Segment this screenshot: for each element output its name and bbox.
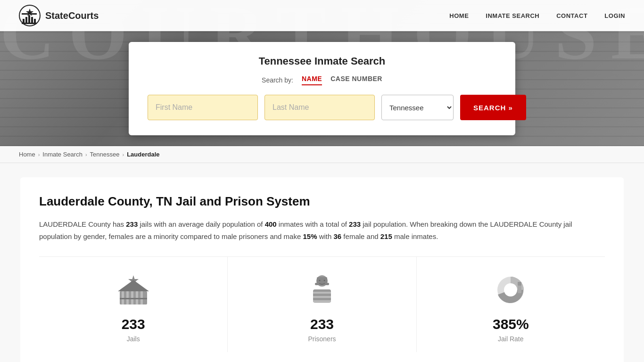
- stat-jails: 233 Jails: [39, 257, 228, 352]
- hero-section: COURTHOUSE StateCourts HOME: [0, 0, 644, 146]
- stat-jail-rate-label: Jail Rate: [498, 335, 523, 343]
- first-name-input[interactable]: [148, 95, 258, 120]
- breadcrumb-current: Lauderdale: [127, 151, 159, 158]
- breadcrumb-sep-2: ›: [85, 152, 87, 157]
- stat-jails-label: Jails: [127, 335, 140, 343]
- svg-rect-24: [313, 300, 331, 302]
- page-title: Lauderdale County, TN Jail and Prison Sy…: [39, 194, 605, 209]
- breadcrumb: Home › Inmate Search › Tennessee › Laude…: [0, 146, 644, 163]
- brand-logo-icon: [19, 5, 41, 26]
- main-content: Lauderdale County, TN Jail and Prison Sy…: [0, 163, 644, 362]
- breadcrumb-sep-1: ›: [38, 152, 40, 157]
- nav-inmate-search[interactable]: INMATE SEARCH: [486, 12, 539, 19]
- search-card: Tennessee Inmate Search Search by: NAME …: [129, 42, 515, 135]
- nav-login[interactable]: LOGIN: [604, 12, 625, 19]
- search-by-label: Search by:: [262, 76, 293, 84]
- svg-point-25: [319, 280, 320, 281]
- stat-prisoners: 233 Prisoners: [228, 257, 416, 352]
- page-description: LAUDERDALE County has 233 jails with an …: [39, 218, 605, 242]
- search-card-wrapper: Tennessee Inmate Search Search by: NAME …: [0, 31, 644, 146]
- svg-rect-6: [22, 23, 37, 24]
- svg-rect-30: [518, 282, 521, 286]
- nav-links: HOME INMATE SEARCH CONTACT LOGIN: [449, 11, 625, 20]
- svg-marker-16: [118, 280, 149, 291]
- content-card: Lauderdale County, TN Jail and Prison Sy…: [20, 177, 624, 362]
- tab-case-number[interactable]: CASE NUMBER: [330, 75, 382, 85]
- search-inputs-row: Tennessee Alabama Alaska Arizona Arkansa…: [148, 95, 496, 120]
- stat-prisoners-number: 233: [310, 316, 334, 332]
- breadcrumb-home[interactable]: Home: [19, 151, 35, 158]
- svg-rect-23: [313, 296, 331, 298]
- stat-jail-rate: 385% Jail Rate: [417, 257, 605, 352]
- nav-contact[interactable]: CONTACT: [556, 12, 587, 19]
- search-button[interactable]: SEARCH »: [460, 95, 526, 120]
- last-name-input[interactable]: [264, 95, 375, 120]
- svg-rect-4: [31, 17, 33, 24]
- breadcrumb-sep-3: ›: [122, 152, 124, 157]
- state-select[interactable]: Tennessee Alabama Alaska Arizona Arkansa…: [381, 95, 454, 120]
- stat-prisoners-label: Prisoners: [308, 335, 336, 343]
- svg-rect-20: [317, 277, 327, 284]
- jail-icon: [115, 271, 152, 309]
- brand-name: StateCourts: [45, 10, 99, 21]
- breadcrumb-inmate-search[interactable]: Inmate Search: [42, 151, 83, 158]
- breadcrumb-state[interactable]: Tennessee: [90, 151, 120, 158]
- svg-rect-2: [25, 17, 27, 24]
- stat-jails-number: 233: [122, 316, 145, 332]
- chart-icon: [492, 271, 529, 309]
- tab-name[interactable]: NAME: [302, 75, 322, 85]
- svg-point-26: [323, 280, 325, 281]
- svg-point-28: [504, 283, 517, 296]
- search-by-row: Search by: NAME CASE NUMBER: [148, 75, 496, 85]
- navbar: StateCourts HOME INMATE SEARCH CONTACT L…: [0, 0, 644, 31]
- svg-rect-29: [518, 286, 521, 293]
- svg-rect-3: [28, 15, 30, 24]
- svg-rect-22: [313, 292, 331, 294]
- nav-home[interactable]: HOME: [449, 12, 469, 19]
- brand[interactable]: StateCourts: [19, 5, 99, 26]
- search-card-title: Tennessee Inmate Search: [148, 55, 496, 67]
- prisoner-icon: [303, 271, 341, 309]
- svg-rect-17: [120, 298, 147, 299]
- stats-row: 233 Jails: [39, 256, 605, 352]
- stat-jail-rate-number: 385%: [493, 316, 529, 332]
- svg-marker-8: [26, 8, 33, 16]
